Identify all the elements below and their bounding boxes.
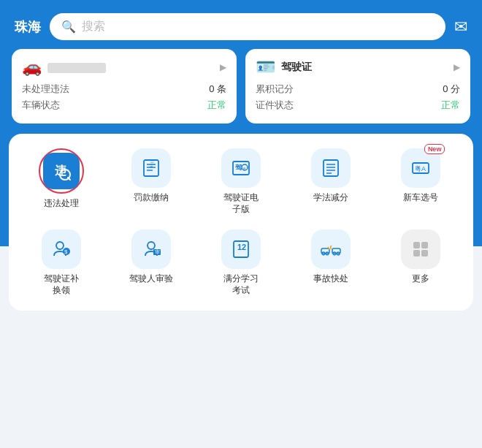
svg-text:12: 12 (237, 243, 246, 251)
car-icon: 🚗 (22, 58, 42, 77)
svg-rect-40 (413, 250, 420, 257)
accident-label: 事故快处 (313, 273, 348, 285)
svg-point-21 (56, 242, 64, 249)
score-value: 0 分 (443, 83, 460, 96)
violation-label-text: 违法处理 (44, 198, 79, 210)
replace-license-svg-icon: $ (50, 238, 72, 260)
fine-label-text: 罚款缴纳 (134, 192, 169, 204)
violation-icon-bg: 违 (43, 153, 80, 189)
menu-item-accident[interactable]: 事故快处 (286, 229, 376, 296)
replace-license-label: 驾驶证补 换领 (44, 273, 79, 296)
newplate-svg-icon: 粤 A (410, 157, 432, 179)
license-card-header: 🪪 驾驶证 ▶ (256, 58, 460, 77)
menu-item-audit[interactable]: 审 驾驶人审验 (106, 229, 196, 296)
menu-grid: 违 违法处理 三 ≡ (16, 148, 466, 296)
menu-item-elicense[interactable]: 驾 e 驾驶证电 子版 (196, 148, 286, 215)
svg-point-24 (148, 242, 155, 249)
elicense-label-text: 驾驶证电 子版 (223, 192, 259, 215)
menu-item-fine[interactable]: 三 ≡ 罚款缴纳 (106, 148, 196, 215)
vehicle-row-2: 车辆状态 正常 (22, 99, 226, 112)
menu-item-violation[interactable]: 违 违法处理 (16, 148, 106, 215)
vehicle-card-header: 🚗 ▶ (22, 58, 226, 77)
svg-text:驾: 驾 (234, 164, 242, 171)
svg-rect-41 (421, 250, 428, 257)
vehicle-arrow: ▶ (220, 62, 226, 72)
svg-text:≡: ≡ (150, 164, 153, 170)
studylaw-label-text: 学法减分 (313, 192, 348, 204)
header: 珠海 🔍 搜索 ✉ (0, 0, 482, 49)
fine-svg-icon: 三 ≡ (140, 157, 162, 179)
more-svg-icon (410, 238, 432, 260)
violation-label: 未处理违法 (22, 83, 69, 96)
menu-panel: 违 违法处理 三 ≡ (9, 134, 473, 311)
menu-item-more[interactable]: 更多 (376, 229, 466, 296)
accident-icon-bg (311, 229, 351, 269)
vehicle-card[interactable]: 🚗 ▶ 未处理违法 0 条 车辆状态 正常 (12, 49, 237, 124)
vehicle-row-1: 未处理违法 0 条 (22, 83, 226, 96)
license-arrow: ▶ (454, 62, 460, 72)
svg-text:$: $ (64, 248, 68, 255)
license-title: 驾驶证 (281, 61, 448, 74)
license-row-2: 证件状态 正常 (256, 99, 460, 112)
license-row-1: 累积记分 0 分 (256, 83, 460, 96)
plate-number (47, 61, 214, 73)
menu-item-studylaw[interactable]: 学法减分 (286, 148, 376, 215)
audit-label: 驾驶人审验 (129, 273, 173, 285)
new-badge: New (424, 144, 445, 154)
svg-rect-39 (421, 242, 428, 248)
svg-text:A: A (421, 165, 426, 172)
plate-blurred (47, 63, 106, 73)
cards-row: 🚗 ▶ 未处理违法 0 条 车辆状态 正常 🪪 驾驶证 ▶ 累积记分 0 分 证… (0, 49, 482, 124)
studylaw-icon-bg (311, 148, 351, 188)
audit-svg-icon: 审 (140, 238, 162, 260)
replace-license-icon-bg: $ (42, 229, 81, 269)
more-icon-bg (401, 229, 440, 269)
menu-item-replace-license[interactable]: $ 驾驶证补 换领 (16, 229, 106, 296)
svg-rect-38 (413, 242, 420, 248)
newplate-icon-bg: New 粤 A (401, 148, 440, 188)
newplate-label-text: 新车选号 (403, 192, 438, 204)
audit-icon-bg: 审 (131, 229, 171, 269)
city-label: 珠海 (15, 18, 41, 36)
elicense-svg-icon: 驾 e (230, 157, 252, 179)
search-icon: 🔍 (61, 20, 76, 34)
vehicle-status-label: 车辆状态 (22, 99, 60, 112)
license-icon: 🪪 (256, 58, 275, 77)
license-status-value: 正常 (441, 99, 460, 112)
fullscore-svg-icon: 12 (230, 238, 252, 260)
menu-item-newplate[interactable]: New 粤 A 新车选号 (376, 148, 466, 215)
license-status-label: 证件状态 (256, 99, 294, 112)
license-card[interactable]: 🪪 驾驶证 ▶ 累积记分 0 分 证件状态 正常 (245, 49, 470, 124)
vehicle-status-value: 正常 (207, 99, 226, 112)
violation-value: 0 条 (209, 83, 226, 96)
studylaw-svg-icon (320, 157, 342, 179)
fine-icon-bg: 三 ≡ (131, 148, 171, 188)
fullscore-label: 满分学习 考试 (223, 273, 259, 296)
svg-text:审: 审 (155, 249, 160, 254)
mail-icon[interactable]: ✉ (454, 18, 467, 37)
elicense-icon-bg: 驾 e (221, 148, 261, 188)
svg-text:粤: 粤 (415, 165, 421, 172)
fullscore-icon-bg: 12 (221, 229, 261, 269)
svg-line-35 (330, 246, 332, 247)
score-label: 累积记分 (256, 83, 294, 96)
search-bar[interactable]: 🔍 搜索 (50, 13, 445, 40)
violation-circle: 违 (39, 148, 84, 194)
more-label: 更多 (412, 273, 429, 285)
accident-svg-icon (320, 238, 342, 260)
search-placeholder: 搜索 (82, 19, 105, 34)
violation-svg-icon: 违 (50, 160, 72, 182)
menu-item-fullscore[interactable]: 12 满分学习 考试 (196, 229, 286, 296)
